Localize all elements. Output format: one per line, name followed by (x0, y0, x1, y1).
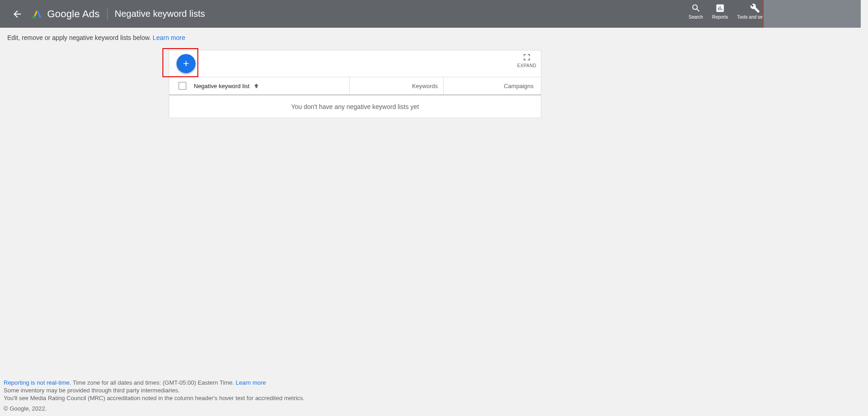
plus-icon (181, 59, 191, 68)
subhead: Edit, remove or apply negative keyword l… (0, 28, 868, 46)
col3-label: Campaigns (504, 83, 534, 89)
table-header-row: Negative keyword list Keywords Campaigns (169, 77, 541, 95)
timezone-text: Time zone for all dates and times: (GMT-… (73, 379, 235, 386)
column-negative-keyword-list[interactable]: Negative keyword list (169, 77, 350, 94)
page-title: Negative keyword lists (115, 9, 205, 19)
bar-chart-icon (715, 3, 725, 13)
footer-learn-more-link[interactable]: Learn more (236, 379, 266, 386)
back-button[interactable] (8, 5, 26, 23)
product-logo-wrap[interactable]: Google Ads (32, 8, 100, 20)
col2-label: Keywords (412, 83, 438, 89)
sort-ascending-icon (253, 83, 260, 89)
arrow-left-icon (12, 9, 23, 20)
page-footer: Reporting is not real-time. Time zone fo… (4, 379, 304, 412)
card-toolbar: EXPAND (169, 50, 541, 77)
search-icon (691, 3, 701, 13)
app-header: Google Ads Negative keyword lists Search… (0, 0, 868, 28)
col1-label: Negative keyword list (194, 83, 250, 89)
header-left: Google Ads Negative keyword lists (4, 5, 684, 23)
footer-line3: You'll see Media Rating Council (MRC) ac… (4, 394, 304, 402)
reporting-realtime-link[interactable]: Reporting is not real-time. (4, 379, 71, 386)
column-campaigns[interactable]: Campaigns (444, 77, 541, 94)
learn-more-link[interactable]: Learn more (153, 34, 186, 41)
wrench-icon (750, 3, 760, 13)
expand-label: EXPAND (517, 63, 536, 68)
expand-icon (523, 53, 531, 61)
reports-button[interactable]: Reports (707, 3, 732, 25)
reports-label: Reports (712, 15, 728, 20)
search-label: Search (689, 15, 703, 20)
vertical-scrollbar[interactable] (861, 0, 868, 416)
expand-button[interactable]: EXPAND (517, 53, 536, 68)
empty-state-text: You don't have any negative keyword list… (169, 95, 541, 118)
column-keywords[interactable]: Keywords (350, 77, 444, 94)
select-all-checkbox[interactable] (178, 82, 186, 90)
footer-line2: Some inventory may be provided through t… (4, 386, 304, 394)
google-ads-logo-icon (32, 9, 43, 20)
search-button[interactable]: Search (684, 3, 708, 25)
copyright-text: © Google, 2022. (4, 405, 304, 412)
subhead-text: Edit, remove or apply negative keyword l… (7, 34, 153, 41)
product-name: Google Ads (47, 8, 100, 20)
header-divider (107, 8, 108, 20)
header-account-area[interactable] (763, 0, 868, 28)
svg-point-0 (33, 15, 35, 18)
negative-keyword-card: EXPAND Negative keyword list Keywords Ca… (169, 50, 541, 118)
add-list-button[interactable] (177, 54, 196, 73)
